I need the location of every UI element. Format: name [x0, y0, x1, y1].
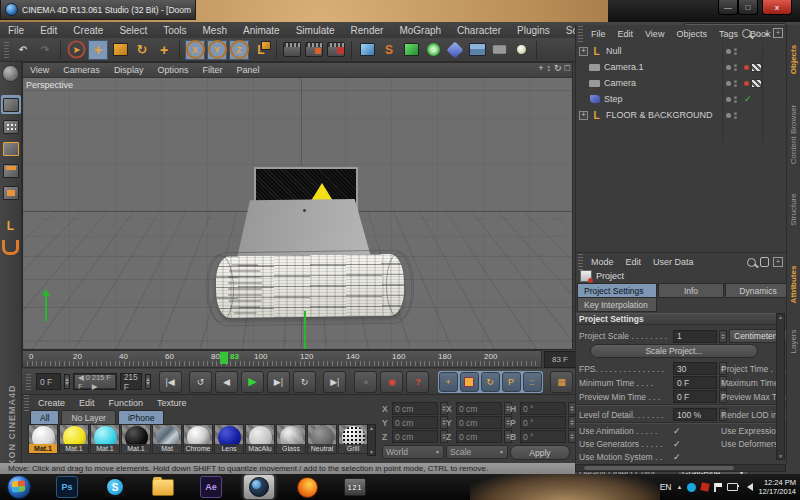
object-row-null[interactable]: + L Null — [576, 43, 786, 59]
layer-tab-iphone[interactable]: iPhone — [118, 410, 164, 425]
edges-mode-button[interactable] — [1, 139, 21, 158]
previous-frame-button[interactable]: ◀ — [215, 371, 238, 393]
tray-skype-icon[interactable] — [687, 483, 696, 492]
loop-button[interactable]: ↻ — [293, 371, 316, 393]
am-menu-mode[interactable]: Mode — [585, 257, 620, 267]
redo-button[interactable]: ↷ — [35, 40, 55, 60]
viewport-rotate-icon[interactable]: ↻ — [554, 63, 562, 73]
am-menu-edit[interactable]: Edit — [620, 257, 648, 267]
rot-h-field[interactable]: 0 ° — [520, 402, 566, 415]
live-selection-button[interactable]: ➤ — [66, 40, 86, 60]
material-thumb[interactable]: Lens — [214, 424, 244, 454]
om-menu-file[interactable]: File — [585, 29, 612, 39]
taskbar-explorer[interactable] — [148, 475, 178, 499]
keyframe-selection-button[interactable]: ▦ — [550, 371, 573, 393]
keyframe-help-button[interactable]: ? — [406, 371, 429, 393]
rot-p-field[interactable]: 0 ° — [520, 416, 566, 429]
battery-icon[interactable] — [727, 483, 738, 491]
menu-mograph[interactable]: MoGraph — [391, 25, 449, 36]
min-frame-field[interactable]: 0 F — [36, 373, 61, 390]
side-tab-structure[interactable]: Structure — [789, 190, 798, 230]
material-thumb[interactable]: Chrome — [183, 424, 213, 454]
mat-menu-function[interactable]: Function — [102, 398, 151, 408]
lock-z-button[interactable]: Z — [229, 40, 249, 60]
menu-tools[interactable]: Tools — [155, 25, 194, 36]
side-tab-attributes[interactable]: Attributes — [789, 265, 798, 305]
menu-render[interactable]: Render — [343, 25, 392, 36]
om-menu-view[interactable]: View — [639, 29, 670, 39]
material-thumb[interactable]: Grill — [338, 424, 368, 454]
am-menu-userdata[interactable]: User Data — [647, 257, 700, 267]
max-frame-spinner[interactable] — [145, 374, 151, 389]
coord-space-dropdown[interactable]: World▼ — [382, 445, 444, 459]
clock[interactable]: 12:24 PM 12/17/2014 — [758, 478, 796, 497]
size-z-field[interactable]: 0 cm — [456, 430, 502, 443]
use-motion-system-checkbox[interactable]: ✓ — [673, 452, 681, 462]
menu-file[interactable]: File — [0, 25, 32, 36]
next-frame-button[interactable]: ▶| — [267, 371, 290, 393]
lock-x-button[interactable]: X — [185, 40, 205, 60]
layer-tab-nolayer[interactable]: No Layer — [61, 410, 116, 425]
material-thumb[interactable]: Mat.1 — [28, 424, 58, 454]
viewport-zoom-icon[interactable]: ↕ — [547, 63, 552, 73]
key-scale-button[interactable] — [460, 372, 479, 392]
vp-menu-panel[interactable]: Panel — [229, 65, 266, 75]
spline-pen-button[interactable]: S — [379, 40, 399, 60]
toolbar-grip[interactable] — [4, 42, 9, 58]
move-tool-button[interactable]: + — [88, 40, 108, 60]
apply-button[interactable]: Apply — [510, 445, 570, 460]
taskbar-photoshop[interactable]: Ps — [52, 475, 82, 499]
material-thumb[interactable]: Mat.1 — [59, 424, 89, 454]
menu-animate[interactable]: Animate — [235, 25, 288, 36]
taskbar-cinema4d[interactable] — [244, 475, 274, 499]
polygons-mode-button[interactable] — [1, 161, 21, 180]
menu-edit[interactable]: Edit — [32, 25, 65, 36]
close-button[interactable]: x — [762, 0, 792, 15]
maximize-button[interactable]: □ — [738, 0, 758, 15]
minimum-time-field[interactable]: 0 F — [673, 376, 717, 389]
layer-tab-all[interactable]: All — [30, 410, 59, 425]
visibility-toggles[interactable] — [726, 64, 737, 71]
model-newspaper-stack[interactable] — [207, 250, 412, 327]
tab-dynamics[interactable]: Dynamics — [725, 283, 791, 298]
menu-simulate[interactable]: Simulate — [288, 25, 343, 36]
frame-range-slider[interactable]: ◀ 0 F 215 F ▶ — [73, 373, 117, 390]
viewport-toggle-icon[interactable]: □ — [565, 63, 570, 73]
home-icon[interactable]: ⌂ — [755, 28, 760, 38]
key-parameter-button[interactable]: P — [502, 372, 521, 392]
taskbar-media-player[interactable]: 121 — [340, 475, 370, 499]
show-hidden-icons[interactable]: ▲ — [677, 484, 683, 490]
menu-create[interactable]: Create — [65, 25, 111, 36]
material-thumb[interactable]: Mat — [152, 424, 182, 454]
vp-menu-display[interactable]: Display — [107, 65, 151, 75]
pos-x-field[interactable]: 0 cm — [392, 402, 438, 415]
material-thumb[interactable]: Mat.1 — [90, 424, 120, 454]
size-x-field[interactable]: 0 cm — [456, 402, 502, 415]
rot-b-field[interactable]: 0 ° — [520, 430, 566, 443]
taskbar-after-effects[interactable]: Ae — [196, 475, 226, 499]
history-icon[interactable]: + — [773, 257, 783, 267]
coord-mode-dropdown[interactable]: Scale▼ — [446, 445, 508, 459]
object-row-camera[interactable]: Camera — [576, 75, 786, 91]
om-menu-edit[interactable]: Edit — [612, 29, 640, 39]
goto-start-button[interactable]: |◀ — [159, 371, 182, 393]
timeline-ruler[interactable]: 0 20 40 60 80 100 120 140 160 180 200 83 — [22, 350, 542, 368]
expand-icon[interactable]: + — [579, 47, 588, 56]
mograph-button[interactable] — [423, 40, 443, 60]
pos-z-field[interactable]: 0 cm — [392, 430, 438, 443]
light-button[interactable] — [511, 40, 531, 60]
attributes-hscrollbar[interactable] — [575, 464, 786, 472]
tab-key-interpolation[interactable]: Key Interpolation — [577, 297, 657, 312]
menu-mesh[interactable]: Mesh — [195, 25, 235, 36]
add-primitive-button[interactable] — [357, 40, 377, 60]
goto-end-button[interactable]: ▶| — [323, 371, 346, 393]
undo-button[interactable]: ↶ — [13, 40, 33, 60]
object-row-step[interactable]: Step ✓ — [576, 91, 786, 107]
material-thumb[interactable]: MacAlu — [245, 424, 275, 454]
title-bar[interactable]: CINEMA 4D R13.061 Studio (32 Bit) - [Doo… — [0, 0, 196, 20]
preview-min-field[interactable]: 0 F — [673, 390, 717, 403]
last-tool-button[interactable]: + — [154, 40, 174, 60]
coordinate-system-button[interactable]: L — [251, 40, 271, 60]
camera-button[interactable] — [489, 40, 509, 60]
pos-y-field[interactable]: 0 cm — [392, 416, 438, 429]
